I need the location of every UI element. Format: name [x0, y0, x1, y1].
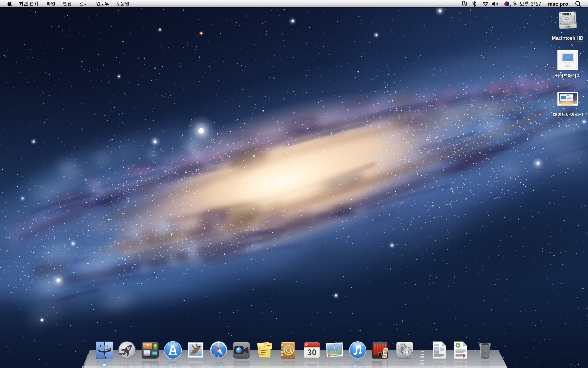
svg-text:30: 30 [307, 362, 316, 368]
svg-text:mac pro: mac pro [548, 1, 568, 7]
svg-text:2: 2 [510, 5, 511, 7]
svg-text:30: 30 [307, 348, 316, 357]
